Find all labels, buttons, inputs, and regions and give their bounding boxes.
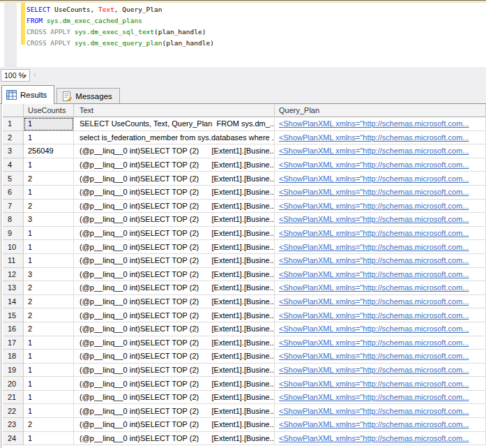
text-cell[interactable]: (@p__linq__0 int)SELECT TOP (2) [Extent1…: [74, 227, 275, 241]
query-plan-cell[interactable]: <ShowPlanXML xmlns="http://schemas.micro…: [275, 308, 486, 322]
hscroll-left-arrow-icon[interactable]: ‹: [33, 70, 36, 80]
query-plan-cell[interactable]: <ShowPlanXML xmlns="http://schemas.micro…: [275, 432, 486, 446]
showplan-xml-link[interactable]: <ShowPlanXML xmlns="http://schemas.micro…: [279, 380, 469, 388]
showplan-xml-link[interactable]: <ShowPlanXML xmlns="http://schemas.micro…: [279, 243, 469, 251]
row-number-cell[interactable]: 15: [3, 308, 24, 322]
text-cell[interactable]: (@p__linq__0 int)SELECT TOP (2) [Extent1…: [74, 350, 275, 364]
row-number-cell[interactable]: 4: [3, 158, 24, 172]
usecounts-cell[interactable]: 1: [24, 240, 74, 254]
query-plan-cell[interactable]: <ShowPlanXML xmlns="http://schemas.micro…: [275, 268, 486, 282]
showplan-xml-link[interactable]: <ShowPlanXML xmlns="http://schemas.micro…: [279, 338, 469, 347]
text-cell[interactable]: (@p__linq__0 int)SELECT TOP (2) [Extent1…: [74, 254, 275, 268]
code-line[interactable]: SELECT UseCounts, Text, Query_Plan: [26, 4, 214, 15]
showplan-xml-link[interactable]: <ShowPlanXML xmlns="http://schemas.micro…: [279, 352, 469, 360]
text-cell[interactable]: (@p__linq__0 int)SELECT TOP (2) [Extent1…: [74, 213, 275, 227]
usecounts-cell[interactable]: 1: [24, 158, 74, 172]
query-plan-cell[interactable]: <ShowPlanXML xmlns="http://schemas.micro…: [275, 172, 486, 186]
code-line[interactable]: FROM sys.dm_exec_cached_plans: [26, 15, 214, 27]
query-plan-cell[interactable]: <ShowPlanXML xmlns="http://schemas.micro…: [275, 186, 486, 200]
row-number-cell[interactable]: 22: [3, 404, 24, 418]
chevron-down-icon[interactable]: ▼: [23, 74, 27, 78]
text-cell[interactable]: (@p__linq__0 int)SELECT TOP (2) [Extent1…: [74, 144, 275, 158]
usecounts-cell[interactable]: 1: [24, 186, 74, 200]
query-plan-cell[interactable]: <ShowPlanXML xmlns="http://schemas.micro…: [275, 213, 486, 227]
query-plan-cell[interactable]: <ShowPlanXML xmlns="http://schemas.micro…: [275, 364, 486, 378]
text-cell[interactable]: (@p__linq__0 int)SELECT TOP (2) [Extent1…: [74, 322, 275, 336]
usecounts-cell[interactable]: 1: [24, 254, 74, 268]
showplan-xml-link[interactable]: <ShowPlanXML xmlns="http://schemas.micro…: [279, 133, 469, 142]
row-number-cell[interactable]: 17: [3, 336, 24, 350]
usecounts-cell[interactable]: 3: [24, 268, 74, 282]
usecounts-cell[interactable]: 1: [24, 377, 74, 391]
usecounts-cell[interactable]: 2: [24, 172, 74, 186]
usecounts-cell[interactable]: 1: [24, 404, 74, 418]
zoom-level-combo[interactable]: 100 % ▼: [1, 69, 30, 82]
usecounts-cell[interactable]: 3: [24, 213, 74, 227]
usecounts-cell[interactable]: 2: [24, 418, 74, 432]
row-number-cell[interactable]: 18: [3, 350, 24, 364]
text-cell[interactable]: (@p__linq__0 int)SELECT TOP (2) [Extent1…: [74, 186, 275, 200]
showplan-xml-link[interactable]: <ShowPlanXML xmlns="http://schemas.micro…: [279, 393, 469, 401]
row-number-cell[interactable]: 13: [3, 281, 24, 295]
showplan-xml-link[interactable]: <ShowPlanXML xmlns="http://schemas.micro…: [279, 147, 469, 155]
text-cell[interactable]: (@p__linq__0 int)SELECT TOP (2) [Extent1…: [74, 336, 275, 350]
row-number-cell[interactable]: 16: [3, 322, 24, 336]
text-cell[interactable]: (@p__linq__0 int)SELECT TOP (2) [Extent1…: [74, 432, 275, 446]
column-header-query-plan[interactable]: Query_Plan: [275, 104, 486, 117]
text-cell[interactable]: select is_federation_member from sys.dat…: [74, 131, 275, 145]
usecounts-cell[interactable]: 1: [24, 364, 74, 378]
row-number-cell[interactable]: 24: [3, 432, 24, 446]
query-plan-cell[interactable]: <ShowPlanXML xmlns="http://schemas.micro…: [275, 404, 486, 418]
query-plan-cell[interactable]: <ShowPlanXML xmlns="http://schemas.micro…: [275, 158, 486, 172]
showplan-xml-link[interactable]: <ShowPlanXML xmlns="http://schemas.micro…: [279, 311, 469, 320]
usecounts-cell[interactable]: 1: [24, 391, 74, 405]
query-plan-cell[interactable]: <ShowPlanXML xmlns="http://schemas.micro…: [275, 377, 486, 391]
text-cell[interactable]: (@p__linq__0 int)SELECT TOP (2) [Extent1…: [74, 418, 275, 432]
usecounts-cell[interactable]: 256049: [24, 144, 74, 158]
text-cell[interactable]: (@p__linq__0 int)SELECT TOP (2) [Extent1…: [74, 200, 275, 214]
column-header-usecounts[interactable]: UseCounts: [24, 104, 74, 117]
showplan-xml-link[interactable]: <ShowPlanXML xmlns="http://schemas.micro…: [279, 434, 469, 442]
usecounts-cell[interactable]: 2: [24, 200, 74, 214]
row-number-cell[interactable]: 19: [3, 364, 24, 378]
column-header-corner[interactable]: [3, 104, 24, 117]
usecounts-cell[interactable]: 1: [24, 432, 74, 446]
row-number-cell[interactable]: 14: [3, 295, 24, 309]
row-number-cell[interactable]: 9: [3, 227, 24, 241]
row-number-cell[interactable]: 23: [3, 418, 24, 432]
showplan-xml-link[interactable]: <ShowPlanXML xmlns="http://schemas.micro…: [279, 160, 469, 169]
query-plan-cell[interactable]: <ShowPlanXML xmlns="http://schemas.micro…: [275, 418, 486, 432]
code-line[interactable]: CROSS APPLY sys.dm_exec_sql_text(plan_ha…: [26, 27, 214, 38]
query-plan-cell[interactable]: <ShowPlanXML xmlns="http://schemas.micro…: [275, 240, 486, 254]
query-plan-cell[interactable]: <ShowPlanXML xmlns="http://schemas.micro…: [275, 295, 486, 309]
row-number-cell[interactable]: 2: [3, 131, 24, 145]
showplan-xml-link[interactable]: <ShowPlanXML xmlns="http://schemas.micro…: [279, 407, 469, 415]
row-number-cell[interactable]: 11: [3, 254, 24, 268]
usecounts-cell[interactable]: 1: [24, 336, 74, 350]
text-cell[interactable]: (@p__linq__0 int)SELECT TOP (2) [Extent1…: [74, 158, 275, 172]
showplan-xml-link[interactable]: <ShowPlanXML xmlns="http://schemas.micro…: [279, 256, 469, 264]
row-number-cell[interactable]: 21: [3, 391, 24, 405]
query-plan-cell[interactable]: <ShowPlanXML xmlns="http://schemas.micro…: [275, 254, 486, 268]
showplan-xml-link[interactable]: <ShowPlanXML xmlns="http://schemas.micro…: [279, 174, 469, 183]
showplan-xml-link[interactable]: <ShowPlanXML xmlns="http://schemas.micro…: [279, 215, 469, 223]
usecounts-cell[interactable]: 2: [24, 308, 74, 322]
showplan-xml-link[interactable]: <ShowPlanXML xmlns="http://schemas.micro…: [279, 297, 469, 306]
row-number-cell[interactable]: 8: [3, 213, 24, 227]
row-number-cell[interactable]: 3: [3, 144, 24, 158]
query-plan-cell[interactable]: <ShowPlanXML xmlns="http://schemas.micro…: [275, 117, 486, 131]
row-number-cell[interactable]: 1: [3, 117, 24, 131]
usecounts-cell[interactable]: 2: [24, 322, 74, 336]
showplan-xml-link[interactable]: <ShowPlanXML xmlns="http://schemas.micro…: [279, 420, 469, 428]
tab-results[interactable]: Results: [1, 85, 54, 104]
usecounts-cell[interactable]: 2: [24, 281, 74, 295]
text-cell[interactable]: (@p__linq__0 int)SELECT TOP (2) [Extent1…: [74, 364, 275, 378]
text-cell[interactable]: SELECT UseCounts, Text, Query_Plan FROM …: [74, 117, 275, 131]
row-number-cell[interactable]: 5: [3, 172, 24, 186]
usecounts-cell[interactable]: 1: [24, 117, 74, 131]
query-plan-cell[interactable]: <ShowPlanXML xmlns="http://schemas.micro…: [275, 131, 486, 145]
usecounts-cell[interactable]: 1: [24, 227, 74, 241]
code-lines[interactable]: SELECT UseCounts, Text, Query_PlanFROM s…: [26, 4, 214, 49]
text-cell[interactable]: (@p__linq__0 int)SELECT TOP (2) [Extent1…: [74, 295, 275, 309]
showplan-xml-link[interactable]: <ShowPlanXML xmlns="http://schemas.micro…: [279, 366, 469, 374]
